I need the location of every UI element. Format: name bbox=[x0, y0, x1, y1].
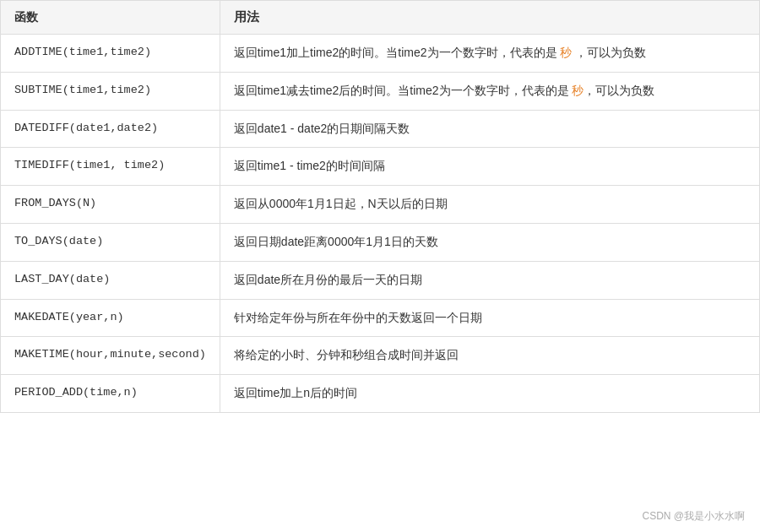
table-row: TIMEDIFF(time1, time2)返回time1 - time2的时间… bbox=[1, 148, 760, 186]
table-row: SUBTIME(time1,time2)返回time1减去time2后的时间。当… bbox=[1, 72, 760, 110]
func-cell: TO_DAYS(date) bbox=[1, 223, 220, 261]
func-cell: SUBTIME(time1,time2) bbox=[1, 72, 220, 110]
desc-cell: 返回日期date距离0000年1月1日的天数 bbox=[220, 223, 759, 261]
watermark: CSDN @我是小水水啊 bbox=[642, 509, 745, 524]
func-cell: FROM_DAYS(N) bbox=[1, 186, 220, 224]
func-cell: TIMEDIFF(time1, time2) bbox=[1, 148, 220, 186]
table-row: FROM_DAYS(N)返回从0000年1月1日起，N天以后的日期 bbox=[1, 186, 760, 224]
table-row: LAST_DAY(date)返回date所在月份的最后一天的日期 bbox=[1, 261, 760, 299]
page-wrapper: 函数 用法 ADDTIME(time1,time2)返回time1加上time2… bbox=[0, 0, 760, 532]
desc-cell: 返回time1 - time2的时间间隔 bbox=[220, 148, 759, 186]
table-row: PERIOD_ADD(time,n)返回time加上n后的时间 bbox=[1, 375, 760, 413]
func-cell: DATEDIFF(date1,date2) bbox=[1, 110, 220, 148]
desc-cell: 返回time加上n后的时间 bbox=[220, 375, 759, 413]
desc-cell: 返回time1减去time2后的时间。当time2为一个数字时，代表的是 秒，可… bbox=[220, 72, 759, 110]
func-cell: MAKETIME(hour,minute,second) bbox=[1, 337, 220, 375]
func-cell: MAKEDATE(year,n) bbox=[1, 299, 220, 337]
desc-cell: 返回date1 - date2的日期间隔天数 bbox=[220, 110, 759, 148]
highlight-text: 秒 bbox=[569, 84, 584, 97]
desc-cell: 返回从0000年1月1日起，N天以后的日期 bbox=[220, 186, 759, 224]
desc-cell: 返回time1加上time2的时间。当time2为一个数字时，代表的是 秒 ，可… bbox=[220, 35, 759, 73]
functions-table: 函数 用法 ADDTIME(time1,time2)返回time1加上time2… bbox=[0, 0, 760, 413]
desc-cell: 将给定的小时、分钟和秒组合成时间并返回 bbox=[220, 337, 759, 375]
highlight-text: 秒 bbox=[557, 46, 576, 59]
table-row: MAKETIME(hour,minute,second)将给定的小时、分钟和秒组… bbox=[1, 337, 760, 375]
table-row: TO_DAYS(date)返回日期date距离0000年1月1日的天数 bbox=[1, 223, 760, 261]
desc-cell: 针对给定年份与所在年份中的天数返回一个日期 bbox=[220, 299, 759, 337]
func-cell: LAST_DAY(date) bbox=[1, 261, 220, 299]
table-row: ADDTIME(time1,time2)返回time1加上time2的时间。当t… bbox=[1, 35, 760, 73]
func-cell: PERIOD_ADD(time,n) bbox=[1, 375, 220, 413]
table-row: MAKEDATE(year,n)针对给定年份与所在年份中的天数返回一个日期 bbox=[1, 299, 760, 337]
col-header-desc: 用法 bbox=[220, 1, 759, 35]
func-cell: ADDTIME(time1,time2) bbox=[1, 35, 220, 73]
col-header-func: 函数 bbox=[1, 1, 220, 35]
table-row: DATEDIFF(date1,date2)返回date1 - date2的日期间… bbox=[1, 110, 760, 148]
desc-cell: 返回date所在月份的最后一天的日期 bbox=[220, 261, 759, 299]
